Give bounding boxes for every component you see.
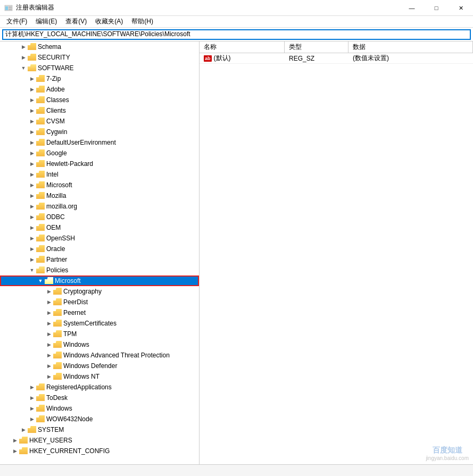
tree-item-security[interactable]: SECURITY bbox=[0, 52, 199, 63]
expand-cvsm[interactable] bbox=[28, 117, 36, 126]
tree-item-schema[interactable]: Schema bbox=[0, 41, 199, 52]
expand-wow6432[interactable] bbox=[28, 415, 36, 423]
tree-item-hkey-users[interactable]: HKEY_USERS bbox=[0, 435, 199, 446]
tree-item-peernet[interactable]: Peernet bbox=[0, 307, 199, 318]
expand-peernet[interactable] bbox=[45, 308, 53, 317]
tree-item-microsoft-sw[interactable]: Microsoft bbox=[0, 180, 199, 190]
expand-windowsdefender[interactable] bbox=[45, 362, 53, 370]
tree-item-cryptography[interactable]: Cryptography bbox=[0, 286, 199, 297]
tree-item-microsoft-policies[interactable]: Microsoft bbox=[0, 275, 199, 286]
expand-todesk[interactable] bbox=[28, 394, 36, 402]
tree-item-tpm[interactable]: TPM bbox=[0, 329, 199, 339]
expand-windows-pol[interactable] bbox=[45, 340, 53, 349]
expand-policies[interactable] bbox=[28, 266, 36, 274]
expand-cryptography[interactable] bbox=[45, 287, 53, 296]
menu-help[interactable]: 帮助(H) bbox=[127, 16, 157, 27]
label-security: SECURITY bbox=[38, 54, 197, 61]
label-systemcerts: SystemCertificates bbox=[63, 320, 197, 327]
label-windows-pol: Windows bbox=[63, 341, 197, 348]
tree-item-policies[interactable]: Policies bbox=[0, 265, 199, 275]
address-input[interactable] bbox=[2, 29, 471, 40]
maximize-button[interactable]: □ bbox=[424, 0, 449, 16]
tree-item-odbc[interactable]: ODBC bbox=[0, 212, 199, 222]
label-hkey-users: HKEY_USERS bbox=[29, 437, 197, 444]
label-oem: OEM bbox=[46, 224, 197, 231]
expand-software[interactable] bbox=[19, 64, 28, 72]
menu-edit[interactable]: 编辑(E) bbox=[31, 16, 61, 27]
tree-item-windows-pol[interactable]: Windows bbox=[0, 339, 199, 350]
tree-item-mozillaorg[interactable]: mozilla.org bbox=[0, 201, 199, 212]
expand-google[interactable] bbox=[28, 149, 36, 157]
tree-item-intel[interactable]: Intel bbox=[0, 169, 199, 180]
tree-item-cvsm[interactable]: CVSM bbox=[0, 116, 199, 127]
tree-item-classes[interactable]: Classes bbox=[0, 95, 199, 105]
tree-item-todesk[interactable]: ToDesk bbox=[0, 393, 199, 403]
tree-item-cygwin[interactable]: Cygwin bbox=[0, 127, 199, 137]
expand-defaultuserenv[interactable] bbox=[28, 138, 36, 147]
expand-hewlett[interactable] bbox=[28, 160, 36, 168]
label-tpm: TPM bbox=[63, 330, 197, 338]
expand-cygwin[interactable] bbox=[28, 128, 36, 136]
label-registeredapps: RegisteredApplications bbox=[46, 383, 197, 391]
expand-microsoft-policies[interactable] bbox=[36, 277, 45, 285]
expand-windowsatp[interactable] bbox=[45, 351, 53, 360]
tree-item-system[interactable]: SYSTEM bbox=[0, 424, 199, 435]
tree-item-adobe[interactable]: Adobe bbox=[0, 84, 199, 95]
tree-item-systemcerts[interactable]: SystemCertificates bbox=[0, 318, 199, 329]
tree-item-windowsnt[interactable]: Windows NT bbox=[0, 371, 199, 382]
label-microsoft-sw: Microsoft bbox=[46, 181, 197, 189]
tree-item-7zip[interactable]: 7-Zip bbox=[0, 73, 199, 84]
expand-classes[interactable] bbox=[28, 96, 36, 104]
expand-openssh[interactable] bbox=[28, 234, 36, 243]
app-icon bbox=[4, 4, 13, 12]
tree-item-mozilla[interactable]: Mozilla bbox=[0, 190, 199, 201]
expand-adobe[interactable] bbox=[28, 85, 36, 94]
expand-hkey-current-config[interactable] bbox=[11, 447, 19, 455]
menu-file[interactable]: 文件(F) bbox=[2, 16, 31, 27]
tree-item-software[interactable]: SOFTWARE bbox=[0, 63, 199, 73]
expand-hkey-users[interactable] bbox=[11, 436, 19, 445]
menu-view[interactable]: 查看(V) bbox=[61, 16, 91, 27]
tree-item-partner[interactable]: Partner bbox=[0, 254, 199, 265]
expand-clients[interactable] bbox=[28, 106, 36, 115]
label-partner: Partner bbox=[46, 256, 197, 263]
close-button[interactable]: ✕ bbox=[449, 0, 473, 16]
expand-schema[interactable] bbox=[19, 43, 28, 51]
expand-windows-sw[interactable] bbox=[28, 404, 36, 413]
tree-item-peerdist[interactable]: PeerDist bbox=[0, 297, 199, 307]
expand-mozillaorg[interactable] bbox=[28, 202, 36, 211]
tree-item-openssh[interactable]: OpenSSH bbox=[0, 233, 199, 244]
expand-mozilla[interactable] bbox=[28, 191, 36, 200]
tree-item-hewlett[interactable]: Hewlett-Packard bbox=[0, 158, 199, 169]
tree-item-registeredapps[interactable]: RegisteredApplications bbox=[0, 382, 199, 393]
expand-peerdist[interactable] bbox=[45, 298, 53, 306]
tree-item-windowsdefender[interactable]: Windows Defender bbox=[0, 361, 199, 371]
expand-oem[interactable] bbox=[28, 223, 36, 232]
expand-windowsnt[interactable] bbox=[45, 372, 53, 381]
label-windowsdefender: Windows Defender bbox=[63, 362, 197, 370]
tree-item-windows-sw[interactable]: Windows bbox=[0, 403, 199, 414]
expand-registeredapps[interactable] bbox=[28, 383, 36, 391]
tree-item-oracle[interactable]: Oracle bbox=[0, 244, 199, 254]
expand-7zip[interactable] bbox=[28, 74, 36, 83]
label-schema: Schema bbox=[38, 43, 197, 51]
expand-security[interactable] bbox=[19, 53, 28, 62]
tree-item-oem[interactable]: OEM bbox=[0, 222, 199, 233]
tree-item-defaultuserenv[interactable]: DefaultUserEnvironment bbox=[0, 137, 199, 148]
expand-intel[interactable] bbox=[28, 170, 36, 179]
tree-item-clients[interactable]: Clients bbox=[0, 105, 199, 116]
expand-microsoft-sw[interactable] bbox=[28, 181, 36, 189]
expand-tpm[interactable] bbox=[45, 330, 53, 338]
expand-partner[interactable] bbox=[28, 255, 36, 264]
tree-item-hkey-current-config[interactable]: HKEY_CURRENT_CONFIG bbox=[0, 446, 199, 456]
menu-favorites[interactable]: 收藏夹(A) bbox=[91, 16, 127, 27]
tree-item-windowsatp[interactable]: Windows Advanced Threat Protection bbox=[0, 350, 199, 361]
expand-odbc[interactable] bbox=[28, 213, 36, 221]
detail-row-default[interactable]: ab (默认) REG_SZ (数值未设置) bbox=[200, 53, 473, 64]
expand-systemcerts[interactable] bbox=[45, 319, 53, 328]
expand-system[interactable] bbox=[19, 425, 28, 434]
tree-item-google[interactable]: Google bbox=[0, 148, 199, 158]
minimize-button[interactable]: — bbox=[400, 0, 424, 16]
expand-oracle[interactable] bbox=[28, 245, 36, 253]
tree-item-wow6432[interactable]: WOW6432Node bbox=[0, 414, 199, 424]
